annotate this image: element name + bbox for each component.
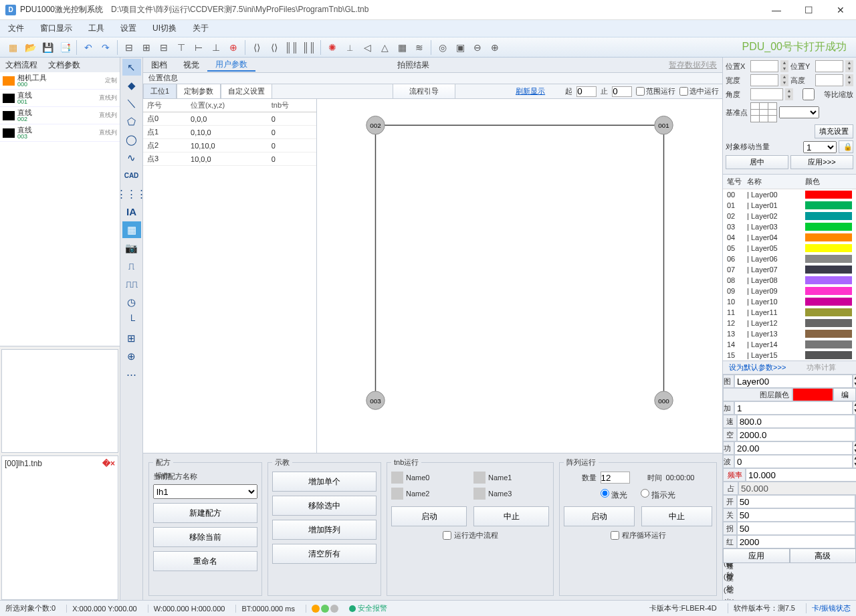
- menu-ui-switch[interactable]: UI切换: [152, 23, 177, 34]
- rename-recipe-button[interactable]: 重命名: [153, 551, 257, 571]
- tri-left-icon[interactable]: ◁: [358, 39, 376, 56]
- crosshair-tool-icon[interactable]: ⊕: [122, 348, 141, 365]
- cad-tool-icon[interactable]: CAD: [122, 167, 141, 184]
- object-row[interactable]: 直线003 直线列: [0, 124, 120, 142]
- center-button[interactable]: 居中: [726, 155, 788, 169]
- ratio-checkbox[interactable]: [795, 88, 822, 100]
- menu-tools[interactable]: 工具: [88, 23, 104, 34]
- polygon-tool-icon[interactable]: ⬠: [122, 113, 141, 130]
- anchor-select[interactable]: [779, 106, 819, 118]
- status-mirror[interactable]: 卡/振镜状态: [806, 603, 851, 613]
- loop-run-checkbox[interactable]: [611, 531, 619, 540]
- table-row[interactable]: 点210,10,00: [143, 139, 316, 152]
- bracket-left-icon[interactable]: ⟨⟩: [248, 39, 265, 56]
- array-stop-button[interactable]: 中止: [641, 506, 712, 526]
- layer-row[interactable]: 15| Layer15: [723, 350, 856, 361]
- zoom-in-icon[interactable]: ⊕: [486, 39, 504, 56]
- laser-radio[interactable]: [601, 489, 609, 498]
- node-tool-icon[interactable]: ◆: [122, 77, 141, 94]
- align-right-icon[interactable]: ⊟: [155, 39, 173, 56]
- station-1-tab[interactable]: 工位1: [143, 84, 177, 99]
- run-selected-flow-checkbox[interactable]: [443, 531, 451, 540]
- tab-doc-params[interactable]: 文档参数: [48, 60, 80, 71]
- waves-icon[interactable]: ≋: [411, 39, 428, 56]
- menu-about[interactable]: 关于: [193, 23, 209, 34]
- tnb-start-button[interactable]: 启动: [391, 506, 467, 526]
- table-row[interactable]: 点10,10,00: [143, 126, 316, 139]
- height-input[interactable]: [815, 74, 843, 86]
- align-bottom-icon[interactable]: ⊥: [207, 39, 225, 56]
- object-row[interactable]: 相机工具000 定制: [0, 72, 120, 90]
- name1-checkbox[interactable]: [473, 472, 486, 484]
- refresh-display-link[interactable]: 刷新显示: [516, 86, 545, 96]
- pos-y-input[interactable]: [815, 60, 843, 72]
- file-item[interactable]: [00]lh1.tnb: [5, 459, 42, 468]
- table-row[interactable]: 点310,0,00: [143, 152, 316, 166]
- align-center-icon[interactable]: ⊞: [138, 39, 155, 56]
- pos-x-input[interactable]: [750, 60, 778, 72]
- canvas[interactable]: 002 001 003 000: [317, 99, 722, 453]
- corner-tool-icon[interactable]: └: [122, 312, 141, 328]
- menu-window[interactable]: 窗口显示: [40, 23, 72, 34]
- align-middle-icon[interactable]: ⊢: [190, 39, 207, 56]
- move-step-select[interactable]: 1: [803, 141, 837, 153]
- qr-tool-icon[interactable]: ▦: [122, 221, 141, 238]
- advanced-button[interactable]: 高级: [790, 548, 857, 563]
- clear-all-button[interactable]: 清空所有: [272, 544, 377, 564]
- tab-drawing[interactable]: 图档: [143, 60, 175, 71]
- close-button[interactable]: ✕: [831, 5, 851, 15]
- zoom-out-icon[interactable]: ⊖: [469, 39, 486, 56]
- power-calc-link[interactable]: 功率计算: [790, 363, 854, 373]
- tab-vision[interactable]: 视觉: [175, 60, 207, 71]
- layer-row[interactable]: 13| Layer13: [723, 328, 856, 339]
- wave-tool-icon[interactable]: ⎍⎍: [122, 276, 141, 292]
- more-tool-icon[interactable]: ⋯: [122, 366, 141, 383]
- anchor-grid[interactable]: [750, 102, 777, 122]
- move-lock-button[interactable]: 🔒: [839, 140, 853, 153]
- custom-settings-tab[interactable]: 自定义设置: [221, 84, 272, 99]
- pointer-tool-icon[interactable]: ↖: [122, 59, 141, 76]
- circle-target-icon[interactable]: ◎: [434, 39, 451, 56]
- maximize-button[interactable]: ☐: [798, 5, 819, 15]
- align-left-icon[interactable]: ⊟: [120, 39, 138, 56]
- bars-icon[interactable]: ║║: [283, 39, 300, 56]
- layer-row[interactable]: 12| Layer12: [723, 318, 856, 328]
- layer-row[interactable]: 14| Layer14: [723, 339, 856, 350]
- add-array-button[interactable]: 增加阵列: [272, 520, 377, 540]
- width-input[interactable]: [750, 74, 778, 86]
- name3-checkbox[interactable]: [473, 488, 486, 500]
- menu-settings[interactable]: 设置: [120, 23, 136, 34]
- line-tool-icon[interactable]: ＼: [122, 95, 141, 112]
- minimize-button[interactable]: —: [766, 5, 786, 15]
- square-target-icon[interactable]: ▣: [451, 39, 469, 56]
- tool-new-icon[interactable]: ▦: [4, 39, 21, 56]
- name2-checkbox[interactable]: [391, 488, 403, 500]
- perp-icon[interactable]: ⟂: [341, 39, 358, 56]
- remove-recipe-button[interactable]: 移除当前: [153, 527, 257, 547]
- text-tool-icon[interactable]: IA: [122, 203, 141, 220]
- apply-params-button[interactable]: 应用: [723, 548, 790, 563]
- tool-saveall-icon[interactable]: 📑: [56, 39, 74, 56]
- target-icon[interactable]: ⊕: [225, 39, 242, 56]
- tri-up-icon[interactable]: △: [376, 39, 393, 56]
- stash-data-link[interactable]: 暂存数据列表: [661, 60, 722, 71]
- tab-user-params[interactable]: 用户参数: [207, 59, 255, 72]
- circle-tool-icon[interactable]: ◯: [122, 131, 141, 148]
- bars2-icon[interactable]: ║║: [300, 39, 318, 56]
- layer-row[interactable]: 03| Layer03: [723, 221, 856, 232]
- layer-row[interactable]: 06| Layer06: [723, 253, 856, 264]
- remove-selected-button[interactable]: 移除选中: [272, 496, 377, 516]
- tab-photo-result[interactable]: 拍照结果: [389, 60, 437, 71]
- layer-row[interactable]: 10| Layer10: [723, 296, 856, 307]
- fill-settings-button[interactable]: 填充设置: [815, 124, 853, 138]
- array-start-button[interactable]: 启动: [564, 506, 635, 526]
- indicator-radio[interactable]: [641, 489, 649, 498]
- object-row[interactable]: 直线002 直线列: [0, 107, 120, 124]
- layer-row[interactable]: 02| Layer02: [723, 211, 856, 221]
- dots-tool-icon[interactable]: ⋮⋮⋮: [122, 185, 141, 202]
- set-default-link[interactable]: 设为默认参数>>>: [726, 363, 790, 373]
- new-recipe-button[interactable]: 新建配方: [153, 503, 257, 523]
- tool-save-icon[interactable]: 💾: [39, 39, 56, 56]
- object-row[interactable]: 直线001 直线列: [0, 90, 120, 107]
- tool-open-icon[interactable]: 📂: [21, 39, 39, 56]
